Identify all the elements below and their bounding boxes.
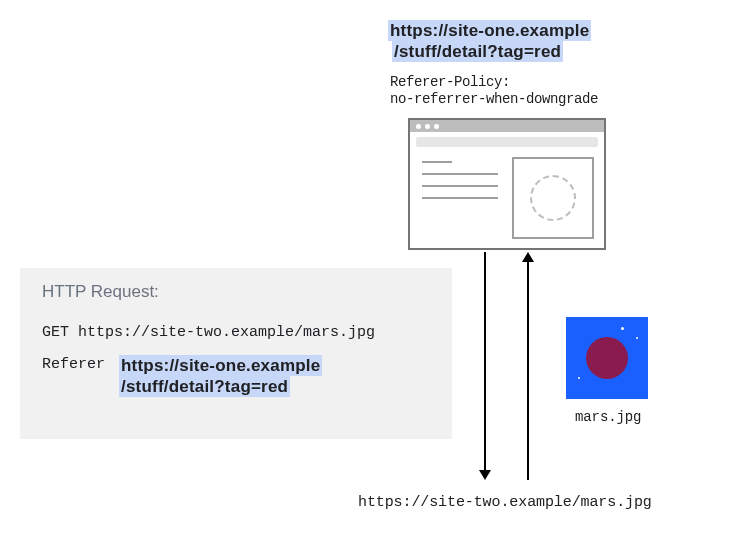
- referer-policy-block: Referer-Policy: no-referrer-when-downgra…: [390, 74, 598, 108]
- resource-url: https://site-two.example/mars.jpg: [358, 494, 652, 512]
- diagram-canvas: https://site-one.example /stuff/detail?t…: [0, 0, 744, 544]
- page-url-line2: /stuff/detail?tag=red: [392, 41, 563, 62]
- mars-thumbnail: [566, 317, 648, 399]
- planet-icon: [586, 337, 628, 379]
- star-icon: [636, 337, 638, 339]
- window-dot-icon: [434, 124, 439, 129]
- referer-policy-value: no-referrer-when-downgrade: [390, 91, 598, 108]
- request-arrow-line: [484, 252, 486, 472]
- referer-label: Referer: [42, 355, 105, 373]
- page-url-line1: https://site-one.example: [388, 20, 591, 41]
- browser-content: [410, 147, 604, 239]
- referer-policy-header: Referer-Policy:: [390, 74, 598, 91]
- browser-titlebar: [410, 120, 604, 132]
- text-lines-placeholder: [422, 157, 498, 239]
- http-get-line: GET https://site-two.example/mars.jpg: [42, 324, 452, 341]
- http-referer-row: Referer https://site-one.example /stuff/…: [42, 355, 452, 397]
- referer-value-line2: /stuff/detail?tag=red: [119, 376, 290, 397]
- browser-window: [408, 118, 606, 250]
- circle-placeholder-icon: [530, 175, 576, 221]
- image-placeholder: [512, 157, 594, 239]
- http-request-panel: HTTP Request: GET https://site-two.examp…: [20, 268, 452, 439]
- response-arrow-line: [527, 262, 529, 480]
- request-arrowhead-icon: [479, 470, 491, 480]
- referer-value-block: https://site-one.example /stuff/detail?t…: [119, 355, 322, 397]
- star-icon: [621, 327, 624, 330]
- star-icon: [578, 377, 580, 379]
- page-url-block: https://site-one.example /stuff/detail?t…: [388, 20, 591, 62]
- window-dot-icon: [425, 124, 430, 129]
- mars-caption: mars.jpg: [575, 408, 641, 426]
- response-arrowhead-icon: [522, 252, 534, 262]
- referer-value-line1: https://site-one.example: [119, 355, 322, 376]
- window-dot-icon: [416, 124, 421, 129]
- http-request-title: HTTP Request:: [42, 282, 452, 302]
- browser-address-bar: [416, 137, 598, 147]
